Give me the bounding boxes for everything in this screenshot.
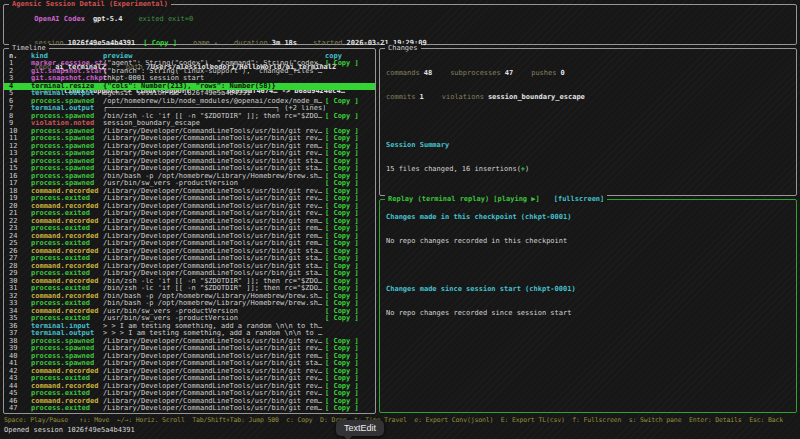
timeline-row[interactable]: 39 process.spawned /Library/Developer/Co… <box>4 345 375 353</box>
row-preview: /bin/bash -p /opt/homebrew/Library/Homeb… <box>103 293 325 301</box>
copy-button[interactable]: [ Copy ] <box>325 345 375 353</box>
copy-button[interactable]: [ Copy ] <box>325 390 375 398</box>
timeline-row[interactable]: 34 command.recorded /usr/bin/sw_vers -pr… <box>4 308 375 316</box>
timeline-row[interactable]: 20 command.recorded /Library/Developer/C… <box>4 203 375 211</box>
timeline-row[interactable]: 31 process.exited /bin/zsh -lc 'if [[ -n… <box>4 285 375 293</box>
copy-button[interactable]: [ Copy ] <box>325 225 375 233</box>
timeline-row[interactable]: 46 command.recorded /Library/Developer/C… <box>4 398 375 406</box>
timeline-row[interactable]: 3 git.snapshot.chkpt chkpt-0001 session … <box>4 75 375 83</box>
copy-button[interactable]: [ Copy ] <box>325 383 375 391</box>
copy-button[interactable]: [ Copy ] <box>325 285 375 293</box>
timeline-row[interactable]: 9 violation.noted session_boundary_escap… <box>4 120 375 128</box>
copy-button[interactable]: [ Copy ] <box>325 203 375 211</box>
copy-button[interactable]: [ Copy ] <box>325 338 375 346</box>
timeline-row[interactable]: 23 process.exited /Library/Developer/Com… <box>4 225 375 233</box>
timeline-row[interactable]: 44 command.recorded /Library/Developer/C… <box>4 383 375 391</box>
timeline-row[interactable]: 11 process.spawned /Library/Developer/Co… <box>4 135 375 143</box>
copy-button[interactable]: [ Copy ] <box>325 150 375 158</box>
timeline-row[interactable]: 12 process.spawned /Library/Developer/Co… <box>4 143 375 151</box>
copy-button[interactable]: [ Copy ] <box>325 308 375 316</box>
copy-button[interactable]: [ Copy ] <box>325 158 375 166</box>
copy-button[interactable]: [ Copy ] <box>325 60 375 68</box>
timeline-row[interactable]: 18 command.recorded /Library/Developer/C… <box>4 188 375 196</box>
started-label: started <box>313 39 343 47</box>
row-number: 14 <box>4 158 31 166</box>
timeline-row[interactable]: 28 command.recorded /Library/Developer/C… <box>4 263 375 271</box>
timeline-row[interactable]: 14 process.spawned /Library/Developer/Co… <box>4 158 375 166</box>
timeline-row[interactable]: 2 git.snapshot.start {"branch": String("… <box>4 68 375 76</box>
timeline-table[interactable]: n. kind preview copy 1 marker.session.st… <box>4 50 375 412</box>
copy-button[interactable]: [ Copy ] <box>325 405 375 412</box>
timeline-row[interactable]: 33 process.exited /bin/bash -p /opt/home… <box>4 300 375 308</box>
timeline-row[interactable]: 16 process.spawned /bin/bash -p /opt/hom… <box>4 173 375 181</box>
copy-button[interactable]: [ Copy ] <box>325 270 375 278</box>
copy-button <box>325 90 375 98</box>
timeline-row[interactable]: 21 process.exited /Library/Developer/Com… <box>4 210 375 218</box>
timeline-row[interactable]: 8 process.spawned /bin/zsh -lc 'if [[ -n… <box>4 113 375 121</box>
copy-button[interactable]: [ Copy ] <box>325 360 375 368</box>
copy-button[interactable]: [ Copy ] <box>325 113 375 121</box>
timeline-row[interactable]: 40 process.spawned /Library/Developer/Co… <box>4 353 375 361</box>
timeline-row[interactable]: 30 command.recorded /bin/zsh -lc 'if [[ … <box>4 278 375 286</box>
copy-button[interactable]: [ Copy ] <box>325 293 375 301</box>
copy-button[interactable]: [ Copy ] <box>325 128 375 136</box>
copy-button[interactable]: [ Copy ] <box>325 195 375 203</box>
timeline-row[interactable]: 22 command.recorded /Library/Developer/C… <box>4 218 375 226</box>
row-preview: /bin/bash -p /opt/homebrew/Library/Homeb… <box>103 173 325 181</box>
fullscreen-button[interactable]: [fullscreen] <box>554 195 605 203</box>
timeline-row[interactable]: 15 process.spawned /Library/Developer/Co… <box>4 165 375 173</box>
timeline-row[interactable]: 32 command.recorded /bin/bash -p /opt/ho… <box>4 293 375 301</box>
timeline-row[interactable]: 38 process.spawned /Library/Developer/Co… <box>4 338 375 346</box>
row-number: 18 <box>4 188 31 196</box>
copy-button[interactable]: [ Copy ] <box>325 398 375 406</box>
copy-button[interactable]: [ Copy ] <box>325 173 375 181</box>
copy-button[interactable]: [ Copy ] <box>325 375 375 383</box>
copy-button[interactable]: [ Copy ] <box>325 248 375 256</box>
row-kind: terminal.input <box>31 323 103 331</box>
copy-button[interactable]: [ Copy ] <box>325 210 375 218</box>
timeline-row[interactable]: 5 terminal.output agensic session id 102… <box>4 90 375 98</box>
row-kind: process.spawned <box>31 143 103 151</box>
replay-panel[interactable]: Replay (terminal replay) [playing ▶][ful… <box>379 199 797 413</box>
timeline-row[interactable]: 25 process.exited /Library/Developer/Com… <box>4 240 375 248</box>
timeline-row[interactable]: 37 terminal.output > > > I am testing so… <box>4 330 375 338</box>
timeline-row[interactable]: 17 process.spawned /usr/bin/sw_vers -pro… <box>4 180 375 188</box>
copy-button[interactable]: [ Copy ] <box>325 353 375 361</box>
timeline-row[interactable]: 26 command.recorded /Library/Developer/C… <box>4 248 375 256</box>
copy-button[interactable]: [ Copy ] <box>325 180 375 188</box>
copy-button[interactable]: [ Copy ] <box>325 263 375 271</box>
timeline-row[interactable]: 47 process.exited /Library/Developer/Com… <box>4 405 375 412</box>
copy-button[interactable]: [ Copy ] <box>325 278 375 286</box>
copy-button[interactable]: [ Copy ] <box>325 135 375 143</box>
timeline-row[interactable]: 7 terminal.output ┌─────────────────────… <box>4 105 375 113</box>
timeline-row[interactable]: 10 process.spawned /Library/Developer/Co… <box>4 128 375 136</box>
timeline-row[interactable]: 13 process.spawned /Library/Developer/Co… <box>4 150 375 158</box>
timeline-row[interactable]: 19 process.exited /Library/Developer/Com… <box>4 195 375 203</box>
copy-button[interactable]: [ Copy ] <box>325 98 375 106</box>
copy-button[interactable]: [ Copy ] <box>325 240 375 248</box>
timeline-row[interactable]: 6 process.spawned /opt/homebrew/lib/node… <box>4 98 375 106</box>
timeline-row[interactable]: 42 command.recorded /Library/Developer/C… <box>4 368 375 376</box>
copy-session-button[interactable]: [ Copy ] <box>143 39 177 47</box>
copy-button[interactable]: [ Copy ] <box>325 143 375 151</box>
row-kind: process.exited <box>31 390 103 398</box>
timeline-row[interactable]: 24 command.recorded /Library/Developer/C… <box>4 233 375 241</box>
timeline-row[interactable]: 35 process.exited /usr/bin/sw_vers -prod… <box>4 315 375 323</box>
copy-button[interactable]: [ Copy ] <box>325 233 375 241</box>
copy-button[interactable]: [ Copy ] <box>325 300 375 308</box>
timeline-row[interactable]: 45 process.exited /Library/Developer/Com… <box>4 390 375 398</box>
timeline-row[interactable]: 4 terminal.resize {"cols": Number(213), … <box>4 83 375 91</box>
row-number: 11 <box>4 135 31 143</box>
copy-button[interactable]: [ Copy ] <box>325 165 375 173</box>
copy-button[interactable]: [ Copy ] <box>325 368 375 376</box>
timeline-row[interactable]: 43 process.exited /Library/Developer/Com… <box>4 375 375 383</box>
timeline-row[interactable]: 36 terminal.input > > I am testing somet… <box>4 323 375 331</box>
timeline-row[interactable]: 29 process.exited /Library/Developer/Com… <box>4 270 375 278</box>
timeline-row[interactable]: 1 marker.session.st… {"agent": String("c… <box>4 60 375 68</box>
copy-button[interactable]: [ Copy ] <box>325 315 375 323</box>
copy-button[interactable]: [ Copy ] <box>325 255 375 263</box>
timeline-row[interactable]: 27 process.exited /Library/Developer/Com… <box>4 255 375 263</box>
copy-button[interactable]: [ Copy ] <box>325 188 375 196</box>
copy-button[interactable]: [ Copy ] <box>325 218 375 226</box>
timeline-row[interactable]: 41 process.spawned /Library/Developer/Co… <box>4 360 375 368</box>
